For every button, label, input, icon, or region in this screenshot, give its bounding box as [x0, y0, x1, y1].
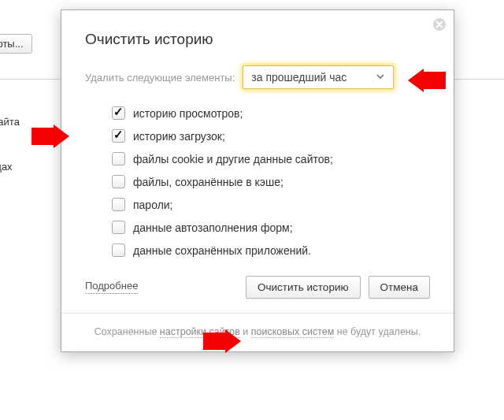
clear-history-dialog: Очистить историю Удалить следующие элеме…	[61, 9, 454, 352]
checkbox[interactable]	[112, 221, 125, 234]
dialog-title: Очистить историю	[85, 31, 430, 48]
option-label: историю просмотров;	[133, 107, 243, 120]
option-row[interactable]: данные сохранённых приложений.	[112, 243, 430, 257]
period-value: за прошедший час	[251, 71, 346, 84]
footer-link-sites[interactable]: настройки сайтов	[160, 326, 240, 338]
checkbox[interactable]	[112, 129, 125, 143]
cancel-button[interactable]: Отмена	[369, 276, 430, 299]
option-row[interactable]: историю просмотров;	[112, 106, 430, 120]
checkbox[interactable]	[112, 152, 125, 165]
option-row[interactable]: файлы, сохранённые в кэше;	[112, 175, 430, 188]
bg-fonts-button[interactable]: фты...	[0, 34, 32, 54]
option-label: историю загрузок;	[133, 130, 225, 143]
option-label: данные автозаполнения форм;	[133, 221, 293, 234]
period-label: Удалить следующие элементы:	[85, 72, 235, 84]
bg-text-2: ницах	[0, 161, 13, 173]
option-label: данные сохранённых приложений.	[133, 244, 311, 257]
checkbox[interactable]	[112, 243, 125, 257]
bg-text-1: и сайта	[0, 116, 20, 128]
checkbox[interactable]	[112, 198, 125, 211]
chevron-down-icon	[376, 71, 385, 84]
option-label: файлы cookie и другие данные сайтов;	[133, 153, 333, 165]
footer-link-search[interactable]: поисковых систем	[251, 326, 334, 338]
option-row[interactable]: пароли;	[112, 198, 430, 211]
option-row[interactable]: данные автозаполнения форм;	[112, 221, 430, 234]
confirm-button[interactable]: Очистить историю	[246, 276, 361, 299]
option-label: пароли;	[133, 199, 173, 211]
option-label: файлы, сохранённые в кэше;	[133, 176, 284, 188]
period-select[interactable]: за прошедший час	[243, 65, 394, 89]
period-row: Удалить следующие элементы: за прошедший…	[85, 65, 430, 89]
option-row[interactable]: файлы cookie и другие данные сайтов;	[112, 152, 430, 165]
checkbox[interactable]	[112, 175, 125, 188]
option-row[interactable]: историю загрузок;	[112, 129, 430, 143]
checkbox[interactable]	[112, 106, 125, 120]
options-list: историю просмотров;историю загрузок;файл…	[112, 106, 430, 257]
more-link[interactable]: Подробнее	[85, 281, 138, 293]
dialog-footer: Сохраненные настройки сайтов и поисковых…	[61, 313, 454, 351]
close-icon[interactable]	[432, 17, 447, 32]
action-row: Подробнее Очистить историю Отмена	[85, 276, 430, 299]
